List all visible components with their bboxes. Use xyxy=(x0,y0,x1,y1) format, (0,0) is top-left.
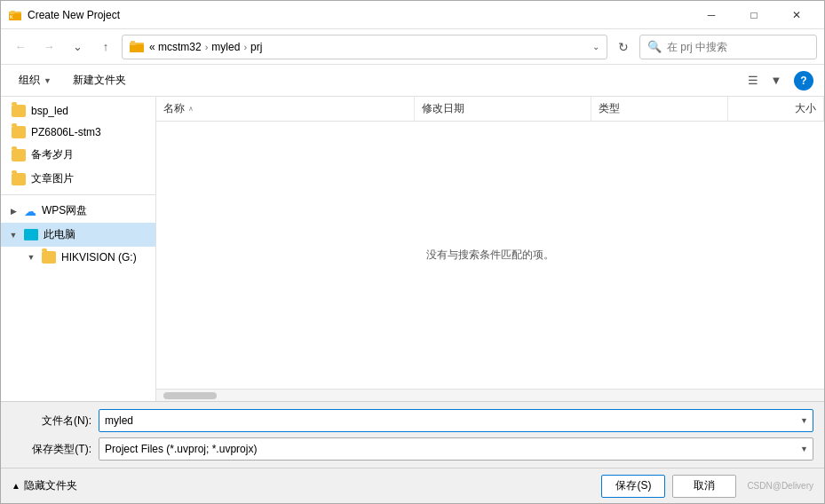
dialog-title: Create New Project xyxy=(28,9,691,21)
address-part-3: prj xyxy=(250,41,262,53)
col-header-type[interactable]: 类型 xyxy=(591,97,728,121)
h-scroll-thumb[interactable] xyxy=(163,392,217,399)
search-icon: 🔍 xyxy=(647,40,662,53)
search-input[interactable] xyxy=(667,41,809,53)
col-name-label: 名称 xyxy=(163,101,185,116)
address-folder-icon xyxy=(130,40,144,54)
sidebar-item-wps[interactable]: ▶ ☁ WPS网盘 xyxy=(1,199,155,223)
sidebar-label: 此电脑 xyxy=(44,227,75,242)
col-type-label: 类型 xyxy=(599,101,620,116)
hide-folder-button[interactable]: ▲ 隐藏文件夹 xyxy=(12,478,77,493)
folder-icon xyxy=(12,126,26,138)
filename-row: 文件名(N): ▼ xyxy=(12,409,813,432)
sidebar-item-pz6806l[interactable]: PZ6806L-stm3 xyxy=(1,122,155,143)
app-icon: K xyxy=(8,8,22,22)
col-header-date[interactable]: 修改日期 xyxy=(415,97,591,121)
help-button[interactable]: ? xyxy=(794,71,813,91)
back-button[interactable]: ← xyxy=(8,35,33,59)
minimize-button[interactable]: ─ xyxy=(691,3,732,28)
address-text: « mcstm32 › myled › prj xyxy=(149,41,587,53)
address-dropdown-chevron: ⌄ xyxy=(592,42,599,51)
folder-icon xyxy=(12,105,26,117)
toolbar-view-buttons: ☰ ▼ xyxy=(742,70,787,91)
organize-button[interactable]: 组织 ▼ xyxy=(12,69,59,91)
expand-icon: ▼ xyxy=(26,252,36,263)
sidebar-label: 文章图片 xyxy=(31,171,74,186)
folder-icon xyxy=(12,149,26,161)
col-header-name[interactable]: 名称 ∧ xyxy=(156,97,415,121)
address-sep-2: › xyxy=(243,42,247,52)
refresh-button[interactable]: ↻ xyxy=(611,35,636,59)
svg-text:K: K xyxy=(10,14,13,20)
main-area: bsp_led PZ6806L-stm3 备考岁月 文章图片 ▶ ☁ xyxy=(1,97,824,401)
filetype-label: 保存类型(T): xyxy=(12,442,91,457)
address-sep-1: › xyxy=(205,42,209,52)
sidebar-item-bekao[interactable]: 备考岁月 xyxy=(1,143,155,167)
sidebar-item-article-pics[interactable]: 文章图片 xyxy=(1,167,155,191)
title-bar-controls: ─ □ ✕ xyxy=(691,3,817,28)
expand-icon: ▼ xyxy=(8,230,19,240)
svg-rect-8 xyxy=(131,41,135,44)
help-label: ? xyxy=(800,75,806,87)
forward-button[interactable]: → xyxy=(36,35,61,59)
filename-input-wrap: ▼ xyxy=(99,409,813,432)
empty-message: 没有与搜索条件匹配的项。 xyxy=(426,248,554,263)
new-folder-button[interactable]: 新建文件夹 xyxy=(66,69,133,91)
navigation-bar: ← → ⌄ ↑ « mcstm32 › myled › prj ⌄ ↻ xyxy=(1,29,824,65)
hide-folder-chevron: ▲ xyxy=(12,481,20,491)
watermark: CSDN@Delivery xyxy=(747,481,813,491)
file-list-body: 没有与搜索条件匹配的项。 xyxy=(156,122,824,389)
cloud-icon: ☁ xyxy=(24,204,36,218)
new-folder-label: 新建文件夹 xyxy=(73,73,126,88)
sidebar-item-this-pc[interactable]: ▼ 此电脑 xyxy=(1,223,155,247)
expand-icon: ▶ xyxy=(8,206,19,217)
folder-icon xyxy=(12,173,26,185)
up-button[interactable]: ↑ xyxy=(93,35,118,59)
footer-actions: 保存(S) 取消 CSDN@Delivery xyxy=(601,475,813,498)
view-dropdown-button[interactable]: ▼ xyxy=(766,70,787,91)
col-date-label: 修改日期 xyxy=(422,101,464,116)
cancel-button[interactable]: 取消 xyxy=(672,475,736,498)
toolbar: 组织 ▼ 新建文件夹 ☰ ▼ ? xyxy=(1,65,824,97)
address-part-1: « mcstm32 xyxy=(149,41,202,53)
svg-rect-6 xyxy=(130,44,144,52)
footer: ▲ 隐藏文件夹 保存(S) 取消 CSDN@Delivery xyxy=(1,468,824,503)
computer-icon xyxy=(24,229,38,240)
sort-indicator: ∧ xyxy=(188,105,194,113)
filetype-select[interactable]: Project Files (*.uvproj; *.uvprojx) xyxy=(99,437,813,461)
sidebar-label: PZ6806L-stm3 xyxy=(31,126,101,138)
save-button[interactable]: 保存(S) xyxy=(601,475,665,498)
address-part-2: myled xyxy=(211,41,240,53)
sidebar-divider-1 xyxy=(1,194,155,195)
sidebar-item-hikvision[interactable]: ▼ HIKVISION (G:) xyxy=(1,247,155,268)
sidebar-label: WPS网盘 xyxy=(42,203,87,218)
view-menu-button[interactable]: ☰ xyxy=(742,70,764,91)
filetype-select-wrap: Project Files (*.uvproj; *.uvprojx) ▼ xyxy=(99,437,813,461)
filename-label: 文件名(N): xyxy=(12,413,91,429)
filetype-row: 保存类型(T): Project Files (*.uvproj; *.uvpr… xyxy=(12,437,813,461)
col-header-size[interactable]: 大小 xyxy=(728,97,824,121)
bottom-form: 文件名(N): ▼ 保存类型(T): Project Files (*.uvpr… xyxy=(1,401,824,468)
col-size-label: 大小 xyxy=(795,101,816,116)
file-area: 名称 ∧ 修改日期 类型 大小 没有与搜索条件匹配的项。 xyxy=(156,97,824,401)
sidebar-label: HIKVISION (G:) xyxy=(61,251,137,264)
maximize-button[interactable]: □ xyxy=(734,3,774,28)
organize-label: 组织 xyxy=(19,73,40,88)
dialog-window: K Create New Project ─ □ ✕ ← → ⌄ ↑ xyxy=(0,0,825,504)
search-bar[interactable]: 🔍 xyxy=(639,35,817,59)
horizontal-scrollbar[interactable] xyxy=(156,389,824,401)
organize-chevron: ▼ xyxy=(44,76,52,85)
recent-locations-button[interactable]: ⌄ xyxy=(65,35,90,59)
close-button[interactable]: ✕ xyxy=(776,3,817,28)
sidebar-label: 备考岁月 xyxy=(31,147,74,162)
folder-icon xyxy=(42,251,56,264)
hide-folder-label: 隐藏文件夹 xyxy=(24,478,77,493)
sidebar: bsp_led PZ6806L-stm3 备考岁月 文章图片 ▶ ☁ xyxy=(1,97,156,401)
sidebar-label: bsp_led xyxy=(31,105,68,117)
title-bar: K Create New Project ─ □ ✕ xyxy=(1,1,824,29)
sidebar-item-bsp-led[interactable]: bsp_led xyxy=(1,100,155,122)
address-bar[interactable]: « mcstm32 › myled › prj ⌄ xyxy=(122,35,607,59)
column-headers: 名称 ∧ 修改日期 类型 大小 xyxy=(156,97,824,122)
svg-rect-3 xyxy=(11,11,15,13)
filename-input[interactable] xyxy=(99,409,813,432)
